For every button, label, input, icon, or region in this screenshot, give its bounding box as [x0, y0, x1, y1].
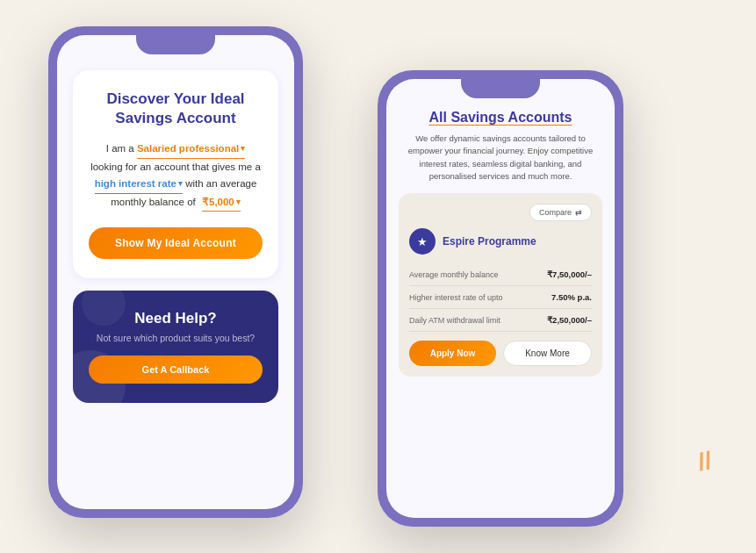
espire-card-actions: Apply Now Know More [409, 341, 592, 366]
interest-value: high interest rate [95, 176, 176, 193]
callback-button[interactable]: Get A Callback [89, 356, 263, 384]
espire-icon-symbol: ★ [417, 235, 428, 248]
help-title: Need Help? [134, 310, 217, 327]
interest-chevron: ▾ [178, 177, 183, 190]
discover-title: Discover Your Ideal Savings Account [106, 90, 244, 128]
scene: Discover Your Ideal Savings Account I am… [0, 0, 756, 553]
interest-label: Higher interest rate of upto [409, 293, 503, 302]
left-phone-content: Discover Your Ideal Savings Account I am… [57, 35, 294, 509]
atm-label: Daily ATM withdrawal limit [409, 316, 500, 325]
balance-select[interactable]: ₹5,000 ▾ [202, 194, 241, 212]
help-decor-circle2 [82, 291, 126, 326]
left-phone-notch [136, 35, 215, 54]
left-phone: Discover Your Ideal Savings Account I am… [48, 26, 303, 518]
balance-value: ₹5,000 [202, 194, 234, 212]
espire-header: ★ Espire Programme [409, 228, 592, 255]
profession-value: Salaried professional [137, 140, 239, 158]
atm-value: ₹2,50,000/– [547, 315, 592, 325]
with-text: with an average [185, 178, 256, 189]
balance-label: Average monthly balance [409, 270, 498, 279]
profession-select[interactable]: Salaried professional ▾ [137, 140, 245, 159]
all-accounts-title-text: All Savings Accounts [429, 110, 572, 125]
balance-value-right: ₹7,50,000/– [547, 269, 592, 279]
show-ideal-account-button[interactable]: Show My Ideal Account [89, 227, 263, 259]
interest-sentence: high interest rate ▾ with an average [89, 176, 263, 194]
sentence1-prefix: I am a [106, 143, 134, 154]
monthly-balance-prefix: monthly balance of [111, 197, 196, 207]
espire-card: Compare ⇄ ★ Espire Programme Average mon… [399, 193, 602, 377]
info-row-atm: Daily ATM withdrawal limit ₹2,50,000/– [409, 309, 592, 332]
balance-chevron: ▾ [236, 196, 241, 209]
persona-sentence: I am a Salaried professional ▾ [89, 140, 263, 159]
decorative-slashes: // [696, 449, 714, 475]
account-sentence: looking for an account that gives me a [89, 159, 263, 176]
info-row-interest: Higher interest rate of upto 7.50% p.a. [409, 286, 592, 309]
info-row-balance: Average monthly balance ₹7,50,000/– [409, 263, 592, 286]
all-accounts-title: All Savings Accounts [399, 110, 602, 126]
compare-row: Compare ⇄ [409, 204, 592, 221]
right-phone-notch [461, 79, 540, 98]
know-more-button[interactable]: Know More [503, 341, 592, 366]
all-accounts-desc: We offer dynamic savings accounts tailor… [399, 133, 602, 183]
compare-label: Compare [539, 208, 572, 217]
right-phone: All Savings Accounts We offer dynamic sa… [378, 70, 623, 527]
sentence2-prefix: looking for an account that gives me a [90, 162, 261, 172]
help-subtitle: Not sure which product suits you best? [97, 333, 255, 343]
compare-button[interactable]: Compare ⇄ [529, 204, 592, 221]
left-phone-screen: Discover Your Ideal Savings Account I am… [57, 35, 294, 509]
right-phone-screen: All Savings Accounts We offer dynamic sa… [386, 79, 615, 518]
right-phone-content: All Savings Accounts We offer dynamic sa… [386, 79, 615, 518]
espire-name: Espire Programme [443, 235, 536, 248]
interest-value-right: 7.50% p.a. [551, 292, 592, 302]
help-card: Need Help? Not sure which product suits … [73, 291, 278, 403]
interest-select[interactable]: high interest rate ▾ [95, 176, 183, 194]
apply-now-button[interactable]: Apply Now [409, 341, 496, 366]
compare-icon: ⇄ [575, 208, 582, 217]
profession-chevron: ▾ [241, 142, 245, 155]
balance-sentence: monthly balance of ₹5,000 ▾ [89, 194, 263, 212]
espire-icon: ★ [409, 228, 436, 255]
discover-card: Discover Your Ideal Savings Account I am… [73, 70, 278, 278]
